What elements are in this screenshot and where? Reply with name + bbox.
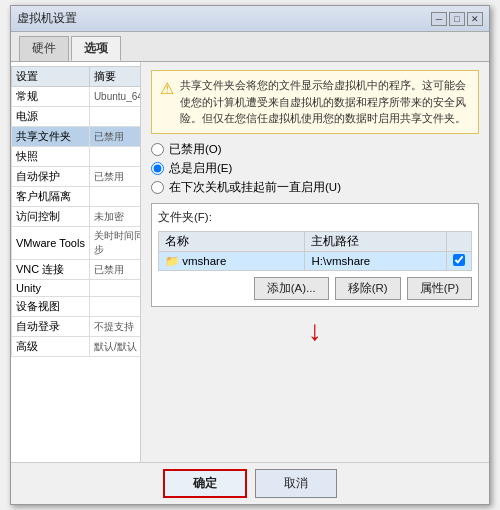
arrow-down: ↓ (308, 315, 322, 347)
radio-next[interactable]: 在下次关机或挂起前一直启用(U) (151, 180, 479, 195)
sidebar-value-snapshot (89, 147, 141, 167)
sidebar-value-vnc: 已禁用 (89, 260, 141, 280)
main-content: 设置 摘要 常规Ubuntu_64bit电源共享文件夹已禁用快照自动保护已禁用客… (11, 62, 489, 462)
radio-always[interactable]: 总是启用(E) (151, 161, 479, 176)
sidebar-item-shared-folder[interactable]: 共享文件夹已禁用 (12, 127, 142, 147)
window-controls: ─ □ ✕ (431, 12, 483, 26)
sidebar-item-access-control[interactable]: 访问控制未加密 (12, 207, 142, 227)
sidebar-item-vmware-tools[interactable]: VMware Tools关时时间同步 (12, 227, 142, 260)
sidebar-value-access-control: 未加密 (89, 207, 141, 227)
minimize-button[interactable]: ─ (431, 12, 447, 26)
sidebar-value-shared-folder: 已禁用 (89, 127, 141, 147)
cancel-button[interactable]: 取消 (255, 469, 337, 498)
col-name: 名称 (159, 231, 305, 251)
sidebar-value-power (89, 107, 141, 127)
tab-hardware[interactable]: 硬件 (19, 36, 69, 61)
sidebar-label-advanced: 高级 (12, 337, 90, 357)
sidebar-header-value: 摘要 (89, 67, 141, 87)
sidebar-item-snapshot[interactable]: 快照 (12, 147, 142, 167)
sidebar-label-vmware-tools: VMware Tools (12, 227, 90, 260)
window-title: 虚拟机设置 (17, 10, 77, 27)
folder-section: 文件夹(F): 名称 主机路径 📁 vmshareH:\vmshare (151, 203, 479, 307)
sidebar-item-vnc[interactable]: VNC 连接已禁用 (12, 260, 142, 280)
sidebar-item-device-view[interactable]: 设备视图 (12, 297, 142, 317)
sidebar-value-device-view (89, 297, 141, 317)
sidebar-item-auto-login[interactable]: 自动登录不提支持 (12, 317, 142, 337)
sidebar-value-unity (89, 280, 141, 297)
folder-buttons: 添加(A)... 移除(R) 属性(P) (158, 277, 472, 300)
confirm-button[interactable]: 确定 (163, 469, 247, 498)
folder-icon: 📁 (165, 255, 182, 267)
folder-checkbox[interactable] (453, 254, 465, 266)
sidebar-value-vmware-tools: 关时时间同步 (89, 227, 141, 260)
sidebar-label-access-control: 访问控制 (12, 207, 90, 227)
sidebar-label-auto-login: 自动登录 (12, 317, 90, 337)
warning-icon: ⚠ (160, 77, 174, 127)
sidebar-item-normal[interactable]: 常规Ubuntu_64bit (12, 87, 142, 107)
close-button[interactable]: ✕ (467, 12, 483, 26)
radio-always-label: 总是启用(E) (169, 161, 232, 176)
sidebar-item-advanced[interactable]: 高级默认/默认 (12, 337, 142, 357)
folder-table: 名称 主机路径 📁 vmshareH:\vmshare (158, 231, 472, 271)
sidebar-label-device-view: 设备视图 (12, 297, 90, 317)
sidebar-item-auto-protect[interactable]: 自动保护已禁用 (12, 167, 142, 187)
radio-always-input[interactable] (151, 162, 164, 175)
radio-next-label: 在下次关机或挂起前一直启用(U) (169, 180, 341, 195)
tab-options[interactable]: 选项 (71, 36, 121, 61)
folder-section-title: 文件夹(F): (158, 210, 472, 225)
bottom-bar: 确定 取消 (11, 462, 489, 504)
sidebar-label-shared-folder: 共享文件夹 (12, 127, 90, 147)
sidebar-value-auto-protect: 已禁用 (89, 167, 141, 187)
col-path: 主机路径 (305, 231, 447, 251)
titlebar: 虚拟机设置 ─ □ ✕ (11, 6, 489, 32)
sidebar-value-guest-isolation (89, 187, 141, 207)
radio-disabled-input[interactable] (151, 143, 164, 156)
sidebar-label-snapshot: 快照 (12, 147, 90, 167)
tab-bar: 硬件 选项 (11, 32, 489, 62)
maximize-button[interactable]: □ (449, 12, 465, 26)
radio-group: 已禁用(O) 总是启用(E) 在下次关机或挂起前一直启用(U) (151, 142, 479, 195)
folder-name: 📁 vmshare (159, 251, 305, 270)
sidebar-label-normal: 常规 (12, 87, 90, 107)
sidebar-item-power[interactable]: 电源 (12, 107, 142, 127)
sidebar-label-auto-protect: 自动保护 (12, 167, 90, 187)
table-row[interactable]: 📁 vmshareH:\vmshare (159, 251, 472, 270)
sidebar-value-normal: Ubuntu_64bit (89, 87, 141, 107)
sidebar-item-unity[interactable]: Unity (12, 280, 142, 297)
col-check (447, 231, 472, 251)
folder-checkbox-cell (447, 251, 472, 270)
sidebar-label-unity: Unity (12, 280, 90, 297)
sidebar-label-power: 电源 (12, 107, 90, 127)
radio-disabled[interactable]: 已禁用(O) (151, 142, 479, 157)
radio-next-input[interactable] (151, 181, 164, 194)
sidebar: 设置 摘要 常规Ubuntu_64bit电源共享文件夹已禁用快照自动保护已禁用客… (11, 62, 141, 462)
sidebar-header-settings: 设置 (12, 67, 90, 87)
info-text: 共享文件夹会将您的文件显示给虚拟机中的程序。这可能会使您的计算机遭受来自虚拟机的… (180, 77, 470, 127)
radio-disabled-label: 已禁用(O) (169, 142, 222, 157)
folder-path: H:\vmshare (305, 251, 447, 270)
right-panel: ⚠ 共享文件夹会将您的文件显示给虚拟机中的程序。这可能会使您的计算机遭受来自虚拟… (141, 62, 489, 462)
sidebar-value-advanced: 默认/默认 (89, 337, 141, 357)
info-box: ⚠ 共享文件夹会将您的文件显示给虚拟机中的程序。这可能会使您的计算机遭受来自虚拟… (151, 70, 479, 134)
sidebar-label-guest-isolation: 客户机隔离 (12, 187, 90, 207)
main-window: 虚拟机设置 ─ □ ✕ 硬件 选项 设置 摘要 常规Ubuntu_64bit电源… (10, 5, 490, 505)
sidebar-item-guest-isolation[interactable]: 客户机隔离 (12, 187, 142, 207)
sidebar-value-auto-login: 不提支持 (89, 317, 141, 337)
properties-button[interactable]: 属性(P) (407, 277, 472, 300)
sidebar-label-vnc: VNC 连接 (12, 260, 90, 280)
remove-button[interactable]: 移除(R) (335, 277, 401, 300)
add-button[interactable]: 添加(A)... (254, 277, 329, 300)
